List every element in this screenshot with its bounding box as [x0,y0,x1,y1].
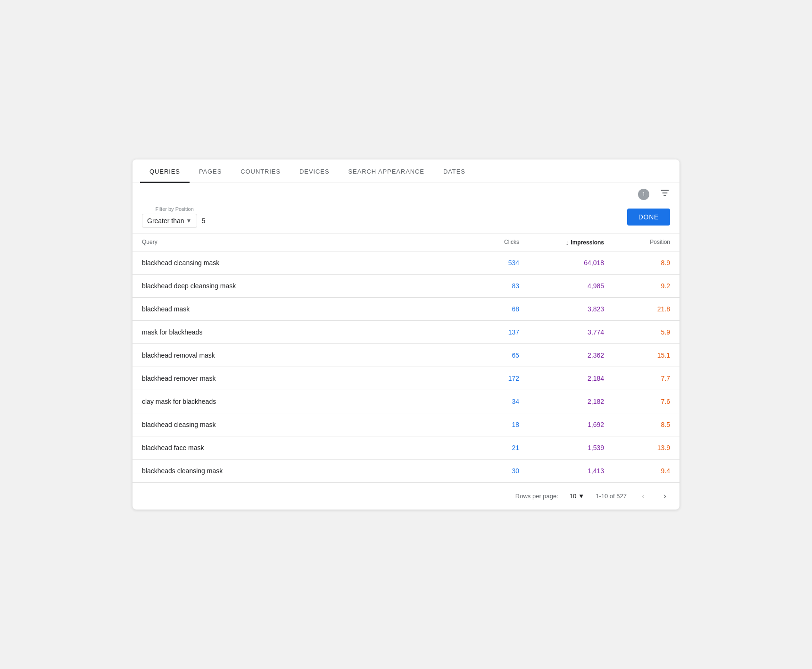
cell-clicks: 18 [453,421,519,428]
cell-clicks: 34 [453,398,519,405]
cell-clicks: 68 [453,305,519,313]
table-row[interactable]: blackhead face mask 21 1,539 13.9 [133,436,679,460]
cell-query: blackheads cleansing mask [142,467,453,475]
table-row[interactable]: blackhead deep cleansing mask 83 4,985 9… [133,275,679,298]
filter-condition-label: Greater than [147,217,184,225]
filter-group: Filter by Position Greater than ▼ 5 [142,206,207,228]
cell-impressions: 2,362 [519,351,604,359]
col-header-query: Query [142,239,453,246]
col-header-clicks[interactable]: Clicks [453,239,519,246]
cell-query: blackhead cleasing mask [142,421,453,428]
col-header-position[interactable]: Position [604,239,670,246]
cell-position: 13.9 [604,444,670,452]
next-page-button[interactable]: › [660,489,670,503]
chevron-down-icon: ▼ [578,493,584,500]
tab-bar: QUERIES PAGES COUNTRIES DEVICES SEARCH A… [133,159,679,183]
filter-value: 5 [200,214,207,227]
cell-position: 21.8 [604,305,670,313]
cell-position: 8.9 [604,259,670,267]
tab-devices[interactable]: DEVICES [290,159,339,183]
cell-query: blackhead remover mask [142,375,453,382]
table-row[interactable]: blackhead remover mask 172 2,184 7.7 [133,367,679,390]
sort-down-icon: ↓ [565,239,569,246]
table-row[interactable]: blackheads cleansing mask 30 1,413 9.4 [133,460,679,482]
chevron-down-icon: ▼ [186,217,192,224]
cell-impressions: 2,184 [519,375,604,382]
cell-position: 8.5 [604,421,670,428]
cell-position: 7.6 [604,398,670,405]
table-row[interactable]: blackhead cleansing mask 534 64,018 8.9 [133,251,679,275]
cell-position: 15.1 [604,351,670,359]
cell-impressions: 2,182 [519,398,604,405]
filter-condition-select[interactable]: Greater than ▼ [142,214,197,228]
filter-icon[interactable] [660,188,670,201]
cell-impressions: 1,692 [519,421,604,428]
cell-query: clay mask for blackheads [142,398,453,405]
cell-impressions: 1,413 [519,467,604,475]
cell-query: blackhead deep cleansing mask [142,282,453,290]
done-button[interactable]: DONE [627,209,670,226]
filter-badge: 1 [638,189,649,200]
table-row[interactable]: blackhead mask 68 3,823 21.8 [133,298,679,321]
table-header: Query Clicks ↓ Impressions Position [133,234,679,251]
table-row[interactable]: clay mask for blackheads 34 2,182 7.6 [133,390,679,413]
main-card: QUERIES PAGES COUNTRIES DEVICES SEARCH A… [133,159,679,510]
col-header-impressions-label: Impressions [571,239,604,246]
rows-per-page-value: 10 [570,493,576,500]
cell-clicks: 83 [453,282,519,290]
filter-label: Filter by Position [142,206,207,212]
cell-position: 9.4 [604,467,670,475]
cell-impressions: 3,774 [519,328,604,336]
cell-query: blackhead cleansing mask [142,259,453,267]
rows-per-page-select[interactable]: 10 ▼ [570,493,584,500]
cell-impressions: 3,823 [519,305,604,313]
table-row[interactable]: mask for blackheads 137 3,774 5.9 [133,321,679,344]
pagination: Rows per page: 10 ▼ 1-10 of 527 ‹ › [133,482,679,510]
filter-bar: Filter by Position Greater than ▼ 5 DONE [133,201,679,234]
col-header-impressions[interactable]: ↓ Impressions [519,239,604,246]
prev-page-button[interactable]: ‹ [638,489,648,503]
cell-position: 7.7 [604,375,670,382]
tab-dates[interactable]: DATES [434,159,475,183]
top-right-bar: 1 [133,183,679,201]
tab-pages[interactable]: PAGES [190,159,231,183]
cell-clicks: 30 [453,467,519,475]
cell-clicks: 534 [453,259,519,267]
cell-clicks: 65 [453,351,519,359]
cell-query: mask for blackheads [142,328,453,336]
table-body: blackhead cleansing mask 534 64,018 8.9 … [133,251,679,482]
tab-search-appearance[interactable]: SEARCH APPEARANCE [339,159,433,183]
cell-position: 5.9 [604,328,670,336]
cell-clicks: 21 [453,444,519,452]
cell-position: 9.2 [604,282,670,290]
cell-impressions: 64,018 [519,259,604,267]
cell-clicks: 172 [453,375,519,382]
table-row[interactable]: blackhead cleasing mask 18 1,692 8.5 [133,413,679,436]
filter-row: Greater than ▼ 5 [142,214,207,228]
cell-impressions: 1,539 [519,444,604,452]
tab-queries[interactable]: QUERIES [140,159,190,183]
cell-query: blackhead mask [142,305,453,313]
cell-query: blackhead removal mask [142,351,453,359]
tab-countries[interactable]: COUNTRIES [231,159,290,183]
rows-per-page-label: Rows per page: [515,493,558,500]
cell-query: blackhead face mask [142,444,453,452]
table-row[interactable]: blackhead removal mask 65 2,362 15.1 [133,344,679,367]
page-info: 1-10 of 527 [596,493,627,500]
cell-clicks: 137 [453,328,519,336]
cell-impressions: 4,985 [519,282,604,290]
